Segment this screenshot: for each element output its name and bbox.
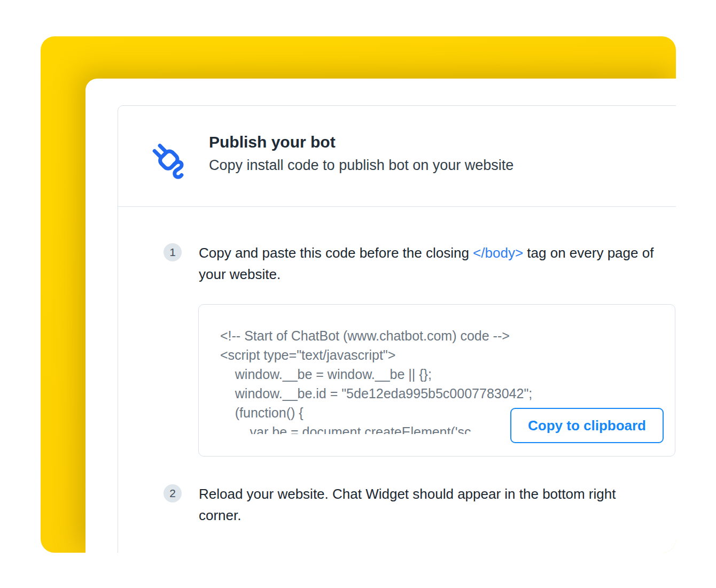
step-2-row: 2 Reload your website. Chat Widget shoul…	[164, 483, 676, 526]
header-titles: Publish your bot Copy install code to pu…	[209, 133, 513, 174]
code-line: <script type="text/javascript">	[220, 345, 675, 365]
page-title: Publish your bot	[209, 133, 513, 152]
step-1-row: 1 Copy and paste this code before the cl…	[164, 242, 676, 285]
code-line: window.__be = window.__be || {};	[220, 365, 675, 384]
step-2-text: Reload your website. Chat Widget should …	[199, 483, 650, 526]
code-line: window.__be.id = "5de12eda995b5c00077830…	[220, 384, 675, 403]
code-line: <!-- Start of ChatBot (www.chatbot.com) …	[220, 326, 675, 345]
plug-icon	[144, 134, 189, 183]
card-body: 1 Copy and paste this code before the cl…	[118, 207, 676, 526]
copy-to-clipboard-button[interactable]: Copy to clipboard	[510, 408, 664, 443]
page-subtitle: Copy install code to publish bot on your…	[209, 156, 513, 174]
publish-card: Publish your bot Copy install code to pu…	[118, 105, 676, 553]
step-1-text: Copy and paste this code before the clos…	[199, 242, 669, 285]
app-window: Publish your bot Copy install code to pu…	[85, 79, 676, 553]
step-2-badge: 2	[164, 484, 182, 502]
step-1-text-before: Copy and paste this code before the clos…	[199, 245, 473, 261]
yellow-frame: Publish your bot Copy install code to pu…	[41, 36, 676, 553]
card-header: Publish your bot Copy install code to pu…	[118, 106, 676, 207]
install-code-box: <!-- Start of ChatBot (www.chatbot.com) …	[198, 304, 675, 457]
step-1-badge: 1	[164, 243, 182, 261]
body-tag-highlight: </body>	[473, 245, 523, 261]
stage: Publish your bot Copy install code to pu…	[0, 0, 716, 588]
